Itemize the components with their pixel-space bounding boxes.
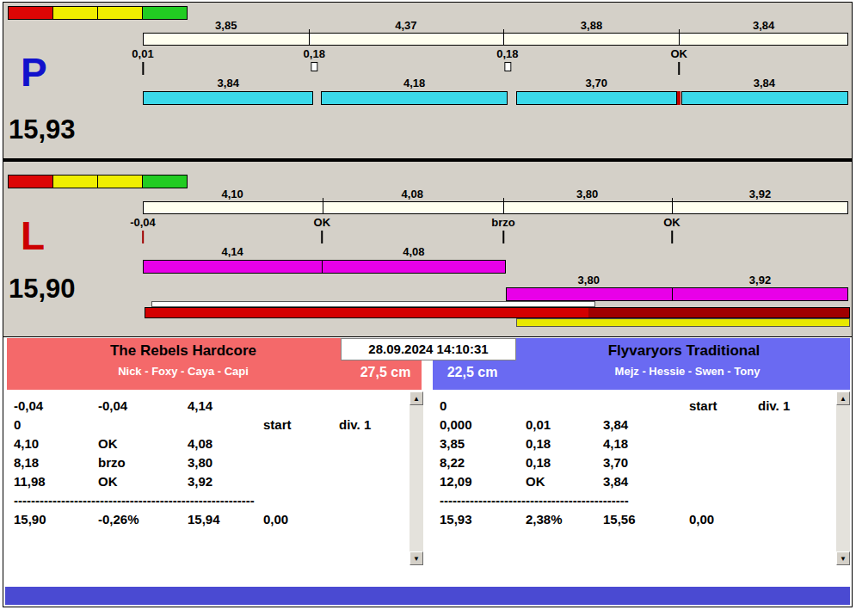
p-upper-time-bar — [143, 33, 848, 46]
table-cell — [689, 453, 758, 472]
table-row: 0,000 0,01 3,84 — [433, 416, 835, 434]
l-status-color-strip — [9, 175, 188, 188]
panel-separator — [3, 158, 852, 162]
strip-red-segment — [8, 6, 53, 20]
split-marker-checkbox[interactable] — [504, 62, 511, 71]
table-body: 0 start div. 1 0,000 0,01 3,84 3,85 0,18 — [433, 397, 835, 529]
split-value: 3,85 — [215, 19, 237, 32]
scrollbar-track[interactable] — [836, 405, 850, 551]
split-value: 3,88 — [581, 19, 602, 32]
race-progress-bar-red — [145, 307, 850, 318]
red-divider-mark — [677, 91, 680, 105]
strip-red-segment — [8, 175, 53, 188]
bar-divider-tick — [309, 29, 310, 45]
scroll-up-button[interactable]: ▲ — [410, 391, 423, 405]
table-cell: start — [263, 416, 339, 434]
table-cell — [98, 416, 188, 434]
p-lower-time-bar — [143, 91, 848, 105]
table-cell: -0,26% — [98, 510, 188, 529]
split-marker-tick — [142, 62, 144, 75]
table-cell: 4,18 — [603, 434, 689, 453]
table-cell: 0,18 — [526, 453, 603, 472]
strip-yellow-segment — [97, 175, 143, 188]
p-split-markers: 0,01 0,18 0,18 OK — [143, 47, 848, 77]
table-cell — [263, 397, 339, 416]
split-value: 4,08 — [402, 188, 423, 200]
bar-divider-tick — [323, 198, 323, 213]
table-cell: 0,000 — [440, 416, 526, 434]
measurement-area: P 3,85 4,37 3,88 3,84 0,01 0,18 — [3, 3, 852, 337]
cyan-bar-segment — [321, 91, 507, 105]
table-cell: div. 1 — [339, 416, 409, 434]
split-marker-label: brzo — [491, 216, 514, 229]
p-lower-values: 3,84 4,18 3,70 3,84 — [143, 77, 848, 90]
table-cell — [526, 397, 603, 416]
table-cell: 3,85 — [440, 434, 526, 453]
table-cell — [263, 472, 339, 491]
table-divider: ----------------------------------------… — [433, 491, 835, 510]
split-marker: -0,04 — [130, 216, 156, 243]
table-cell — [188, 416, 263, 434]
bar-divider-tick — [503, 198, 504, 213]
magenta-bar-segment — [506, 287, 848, 301]
table-row: 4,10 OK 4,08 — [7, 434, 409, 453]
table-cell: OK — [98, 472, 188, 491]
table-divider: ----------------------------------------… — [7, 491, 409, 510]
table-row: 12,09 OK 3,84 — [433, 472, 835, 491]
split-value: 3,84 — [753, 19, 774, 32]
cyan-bar-segment — [681, 91, 848, 105]
scroll-down-button[interactable]: ▼ — [410, 551, 423, 565]
team-members: Nick - Foxy - Caya - Capi — [7, 365, 360, 378]
table-row: 0 start div. 1 — [7, 416, 409, 434]
split-marker-label: OK — [663, 216, 680, 229]
table-cell — [689, 472, 758, 491]
table-cell — [339, 397, 409, 416]
table-cell: 3,84 — [603, 472, 689, 491]
table-cell: 4,10 — [14, 434, 98, 453]
table-cell: OK — [98, 434, 188, 453]
table-cell: 8,22 — [440, 453, 526, 472]
team-right-results-table[interactable]: 0 start div. 1 0,000 0,01 3,84 3,85 0,18 — [433, 391, 850, 565]
table-row: 3,85 0,18 4,18 — [433, 434, 835, 453]
scroll-down-button[interactable]: ▼ — [836, 551, 850, 565]
table-cell: 2,38% — [526, 510, 603, 529]
table-cell: 3,70 — [603, 453, 689, 472]
table-cell — [339, 472, 409, 491]
table-row: 11,98 OK 3,92 — [7, 472, 409, 491]
split-marker-label: 0,18 — [496, 47, 518, 60]
team-left-results-table[interactable]: -0,04 -0,04 4,14 0 start div. 1 4,10 OK — [7, 391, 423, 565]
split-value: 3,92 — [749, 274, 771, 286]
table-cell: 4,08 — [188, 434, 263, 453]
split-marker-checkbox[interactable] — [311, 62, 317, 71]
split-marker: OK — [314, 216, 331, 243]
table-cell: 0,18 — [526, 434, 603, 453]
l-bar2-values: 3,80 3,92 — [143, 274, 848, 287]
split-value: 3,80 — [578, 274, 600, 286]
scrollbar[interactable]: ▲ ▼ — [410, 391, 423, 565]
l-bar1-values: 4,14 4,08 — [143, 245, 848, 259]
table-cell — [758, 416, 835, 434]
scrollbar[interactable]: ▲ ▼ — [836, 391, 850, 565]
footer-bar — [5, 587, 850, 605]
p-status-color-strip — [9, 6, 188, 20]
split-value: 3,84 — [754, 77, 775, 89]
table-cell — [758, 453, 835, 472]
table-cell: 11,98 — [14, 472, 98, 491]
split-marker-tick — [671, 231, 673, 243]
table-row: -0,04 -0,04 4,14 — [7, 397, 409, 416]
table-body: -0,04 -0,04 4,14 0 start div. 1 4,10 OK — [7, 397, 409, 529]
team-distance: 27,5 cm — [351, 365, 420, 380]
split-marker-label: -0,04 — [130, 216, 156, 229]
table-cell: 12,09 — [440, 472, 526, 491]
table-cell: 3,80 — [188, 453, 263, 472]
table-cell: 15,94 — [188, 510, 263, 529]
strip-green-segment — [142, 175, 188, 188]
split-marker-tick — [502, 231, 504, 243]
table-cell — [758, 472, 835, 491]
split-marker: OK — [670, 47, 687, 75]
scroll-up-button[interactable]: ▲ — [836, 391, 850, 405]
app-window: P 3,85 4,37 3,88 3,84 0,01 0,18 — [0, 0, 856, 616]
scrollbar-track[interactable] — [410, 405, 423, 551]
table-cell — [263, 453, 339, 472]
split-value: 3,70 — [586, 77, 607, 89]
